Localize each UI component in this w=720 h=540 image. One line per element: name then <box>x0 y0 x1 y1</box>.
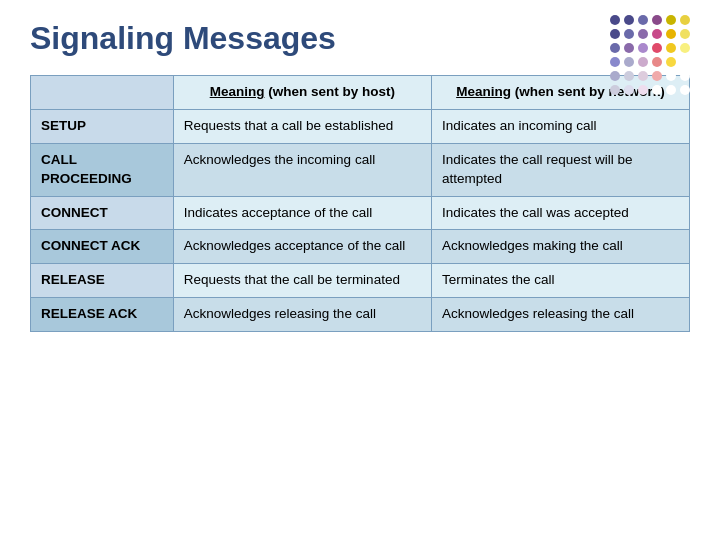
decorative-dot <box>652 57 662 67</box>
decorative-dot <box>666 29 676 39</box>
header-host-col: Meaning (when sent by host) <box>173 76 431 110</box>
network-meaning-cell: Indicates the call request will be attem… <box>431 143 689 196</box>
message-cell: RELEASE ACK <box>31 298 174 332</box>
message-cell: SETUP <box>31 109 174 143</box>
message-cell: CALL PROCEEDING <box>31 143 174 196</box>
decorative-dot <box>652 85 662 95</box>
decorative-dot <box>610 29 620 39</box>
table-row: RELEASERequests that the call be termina… <box>31 264 690 298</box>
decorative-dot <box>652 29 662 39</box>
decorative-dot <box>610 15 620 25</box>
decorative-dot <box>666 15 676 25</box>
header-message-col <box>31 76 174 110</box>
page-title: Signaling Messages <box>30 20 690 57</box>
decorative-dot <box>680 57 690 67</box>
decorative-dot <box>610 85 620 95</box>
decorative-dot <box>610 71 620 81</box>
decorative-dot <box>624 15 634 25</box>
network-meaning-cell: Indicates an incoming call <box>431 109 689 143</box>
decorative-dot <box>638 43 648 53</box>
header-network-label: Meaning <box>456 84 511 99</box>
decorative-dot <box>680 71 690 81</box>
decorative-dot <box>610 43 620 53</box>
decorative-dot <box>610 57 620 67</box>
decorative-dot <box>638 85 648 95</box>
host-meaning-cell: Requests that the call be terminated <box>173 264 431 298</box>
decorative-dot <box>666 85 676 95</box>
network-meaning-cell: Acknowledges making the call <box>431 230 689 264</box>
table-row: RELEASE ACKAcknowledges releasing the ca… <box>31 298 690 332</box>
message-cell: CONNECT <box>31 196 174 230</box>
decorative-dots <box>610 15 700 105</box>
network-meaning-cell: Indicates the call was accepted <box>431 196 689 230</box>
host-meaning-cell: Acknowledges acceptance of the call <box>173 230 431 264</box>
decorative-dot <box>638 71 648 81</box>
decorative-dot <box>652 15 662 25</box>
decorative-dot <box>624 43 634 53</box>
network-meaning-cell: Acknowledges releasing the call <box>431 298 689 332</box>
header-host-label: Meaning <box>210 84 265 99</box>
table-row: SETUPRequests that a call be established… <box>31 109 690 143</box>
host-meaning-cell: Acknowledges the incoming call <box>173 143 431 196</box>
host-meaning-cell: Requests that a call be established <box>173 109 431 143</box>
network-meaning-cell: Terminates the call <box>431 264 689 298</box>
decorative-dot <box>624 57 634 67</box>
decorative-dot <box>624 71 634 81</box>
decorative-dot <box>680 29 690 39</box>
message-cell: CONNECT ACK <box>31 230 174 264</box>
host-meaning-cell: Acknowledges releasing the call <box>173 298 431 332</box>
decorative-dot <box>624 29 634 39</box>
decorative-dot <box>638 29 648 39</box>
decorative-dot <box>666 43 676 53</box>
message-cell: RELEASE <box>31 264 174 298</box>
table-row: CONNECTIndicates acceptance of the callI… <box>31 196 690 230</box>
signaling-table: Meaning (when sent by host) Meaning (whe… <box>30 75 690 332</box>
page-container: Signaling Messages Meaning (when sent by… <box>0 0 720 540</box>
decorative-dot <box>666 71 676 81</box>
table-row: CALL PROCEEDINGAcknowledges the incoming… <box>31 143 690 196</box>
decorative-dot <box>652 71 662 81</box>
decorative-dot <box>638 57 648 67</box>
decorative-dot <box>680 85 690 95</box>
decorative-dot <box>624 85 634 95</box>
host-meaning-cell: Indicates acceptance of the call <box>173 196 431 230</box>
decorative-dot <box>680 43 690 53</box>
table-header-row: Meaning (when sent by host) Meaning (whe… <box>31 76 690 110</box>
decorative-dot <box>680 15 690 25</box>
decorative-dot <box>638 15 648 25</box>
decorative-dot <box>652 43 662 53</box>
table-row: CONNECT ACKAcknowledges acceptance of th… <box>31 230 690 264</box>
decorative-dot <box>666 57 676 67</box>
